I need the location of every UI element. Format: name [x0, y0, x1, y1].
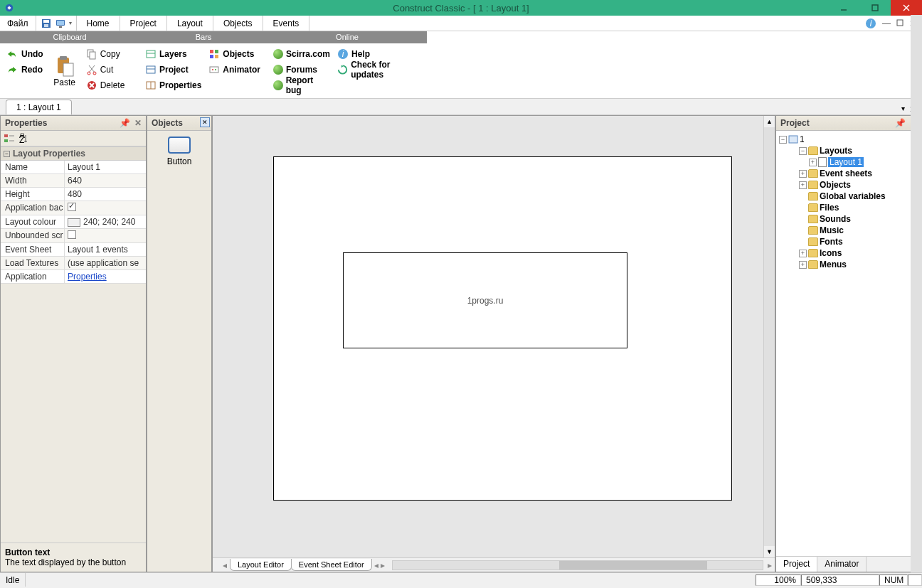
mdi-minimize-icon[interactable]: — — [882, 18, 891, 28]
tree-toggle-icon[interactable] — [799, 238, 807, 246]
checkbox[interactable] — [68, 203, 76, 211]
tree-item[interactable]: +Objects — [779, 179, 918, 191]
properties-panel-header[interactable]: Properties 📌 ✕ — [1, 116, 146, 131]
ribbon-tabs: Home Project Layout Objects Events — [77, 16, 310, 31]
project-tree[interactable]: − 1 −Layouts+Layout 1+Event sheets+Objec… — [776, 131, 921, 556]
tree-item[interactable]: +Icons — [779, 247, 918, 259]
tree-label: Layouts — [820, 146, 852, 156]
tree-label: Global variables — [820, 191, 886, 201]
tab-home[interactable]: Home — [77, 16, 120, 31]
maximize-button[interactable] — [859, 0, 891, 16]
horizontal-scrollbar[interactable] — [392, 560, 763, 570]
tab-project[interactable]: Project — [120, 16, 167, 31]
tree-toggle-icon[interactable] — [799, 227, 807, 235]
color-swatch[interactable] — [68, 218, 80, 227]
tree-toggle-icon[interactable]: − — [799, 147, 807, 155]
tree-item[interactable]: Fonts — [779, 236, 918, 247]
pin-icon[interactable]: 📌 — [120, 118, 130, 128]
menu-row: Файл ▾ Home Project Layout Objects Event… — [0, 16, 922, 31]
reportbug-link[interactable]: Report bug — [270, 77, 333, 93]
tab-menu-icon[interactable]: ▾ — [901, 105, 905, 114]
categorized-icon[interactable] — [4, 133, 15, 144]
cut-button[interactable]: Cut — [83, 62, 128, 77]
project-tab[interactable]: Project — [776, 557, 817, 572]
tree-label: Fonts — [820, 237, 843, 247]
updates-button[interactable]: Check for updates — [334, 62, 424, 77]
tab-objects[interactable]: Objects — [213, 16, 263, 31]
tree-scrollbar[interactable] — [911, 15, 922, 572]
tree-item[interactable]: Music — [779, 225, 918, 236]
layers-button[interactable]: Layers — [142, 46, 204, 62]
close-button[interactable] — [891, 0, 922, 16]
property-row[interactable]: NameLayout 1 — [1, 161, 146, 174]
globe-icon — [273, 80, 283, 90]
objects-button[interactable]: Objects — [206, 46, 263, 62]
tree-item[interactable]: Files — [779, 202, 918, 213]
document-tab[interactable]: 1 : Layout 1 — [6, 100, 72, 114]
tree-toggle-icon[interactable]: + — [809, 159, 817, 166]
tree-root[interactable]: − 1 — [779, 134, 918, 145]
layout-editor-tab[interactable]: Layout Editor — [230, 559, 292, 571]
minimize-button[interactable] — [828, 0, 859, 16]
property-row[interactable]: Load Textures(use application se — [1, 257, 146, 270]
panel-close-icon[interactable]: ✕ — [134, 118, 142, 128]
property-row[interactable]: Application bac — [1, 201, 146, 215]
vertical-scrollbar[interactable]: ▲ ▼ — [763, 116, 775, 557]
canvas[interactable]: 1progs.ru — [213, 116, 763, 557]
project-button[interactable]: Project — [142, 62, 204, 77]
scroll-down-icon[interactable]: ▼ — [764, 546, 775, 557]
tree-item[interactable]: +Event sheets — [779, 168, 918, 179]
event-sheet-editor-tab[interactable]: Event Sheet Editor — [291, 559, 372, 571]
property-row[interactable]: Height480 — [1, 188, 146, 201]
property-row[interactable]: Layout colour240; 240; 240 — [1, 215, 146, 229]
object-thumbnail-button[interactable] — [168, 137, 191, 154]
button-instance[interactable]: 1progs.ru — [343, 252, 627, 348]
ribbon: Clipboard Undo Redo Paste Copy — [0, 31, 922, 99]
svg-point-38 — [215, 69, 216, 70]
ribbon-group-bars: Bars — [139, 31, 267, 43]
help-info-icon[interactable]: i — [865, 18, 876, 29]
svg-text:i: i — [870, 18, 872, 28]
objects-close-icon[interactable]: ✕ — [200, 117, 210, 127]
properties-section-header[interactable]: − Layout Properties — [1, 146, 146, 161]
tree-toggle-icon[interactable] — [799, 193, 807, 201]
redo-button[interactable]: Redo — [3, 62, 46, 77]
scroll-up-icon[interactable]: ▲ — [764, 116, 775, 127]
save-icon[interactable] — [41, 18, 52, 29]
mdi-restore-icon[interactable] — [896, 18, 904, 28]
scirra-link[interactable]: Scirra.com — [270, 46, 333, 62]
file-menu[interactable]: Файл — [0, 16, 36, 31]
property-row[interactable]: Unbounded scr — [1, 229, 146, 243]
tree-item[interactable]: −Layouts — [779, 145, 918, 156]
paste-button[interactable]: Paste — [48, 46, 82, 95]
checkbox[interactable] — [68, 230, 76, 239]
tree-item[interactable]: +Menus — [779, 259, 918, 270]
tab-layout[interactable]: Layout — [167, 16, 213, 31]
alphabetical-icon[interactable]: AZ — [18, 133, 29, 144]
animator-button[interactable]: Animator — [206, 62, 263, 77]
properties-button[interactable]: Properties — [142, 77, 204, 93]
property-row[interactable]: ApplicationProperties — [1, 270, 146, 284]
tree-toggle-icon[interactable]: + — [799, 261, 807, 269]
monitor-icon[interactable] — [55, 18, 66, 29]
tree-toggle-icon[interactable] — [799, 204, 807, 212]
delete-button[interactable]: Delete — [83, 77, 128, 93]
properties-link[interactable]: Properties — [68, 272, 107, 282]
property-row[interactable]: Event SheetLayout 1 events — [1, 243, 146, 257]
quick-access-toolbar: ▾ — [36, 16, 77, 31]
tab-events[interactable]: Events — [263, 16, 310, 31]
animator-tab[interactable]: Animator — [817, 557, 867, 572]
property-row[interactable]: Width640 — [1, 174, 146, 188]
tree-item[interactable]: +Layout 1 — [779, 156, 918, 168]
project-panel-header[interactable]: Project 📌 ✕ — [776, 116, 921, 131]
qat-dropdown-icon[interactable]: ▾ — [69, 20, 72, 26]
tree-toggle-icon[interactable]: + — [799, 181, 807, 189]
copy-button[interactable]: Copy — [83, 46, 128, 62]
undo-button[interactable]: Undo — [3, 46, 46, 62]
tree-toggle-icon[interactable]: + — [799, 170, 807, 178]
tree-item[interactable]: Global variables — [779, 191, 918, 202]
tree-toggle-icon[interactable]: + — [799, 250, 807, 257]
pin-icon[interactable]: 📌 — [895, 118, 906, 128]
tree-toggle-icon[interactable] — [799, 215, 807, 223]
tree-item[interactable]: Sounds — [779, 213, 918, 225]
